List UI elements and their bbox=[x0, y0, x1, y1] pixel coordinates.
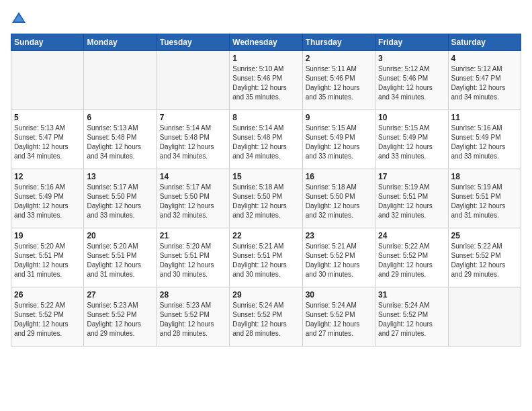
day-info: Sunrise: 5:24 AMSunset: 5:52 PMDaylight:… bbox=[232, 301, 299, 338]
day-number: 10 bbox=[378, 113, 445, 122]
week-row-4: 19Sunrise: 5:20 AMSunset: 5:51 PMDayligh… bbox=[11, 228, 521, 287]
day-number: 21 bbox=[160, 231, 226, 240]
day-number: 17 bbox=[378, 172, 445, 181]
weekday-header-monday: Monday bbox=[84, 34, 157, 51]
page-header bbox=[11, 11, 521, 27]
calendar-cell: 17Sunrise: 5:19 AMSunset: 5:51 PMDayligh… bbox=[375, 169, 448, 228]
day-info: Sunrise: 5:20 AMSunset: 5:51 PMDaylight:… bbox=[160, 242, 226, 279]
day-number: 27 bbox=[87, 290, 153, 300]
day-number: 28 bbox=[160, 290, 226, 300]
calendar-cell: 8Sunrise: 5:14 AMSunset: 5:48 PMDaylight… bbox=[230, 110, 302, 169]
day-info: Sunrise: 5:20 AMSunset: 5:51 PMDaylight:… bbox=[87, 242, 153, 279]
day-info: Sunrise: 5:16 AMSunset: 5:49 PMDaylight:… bbox=[14, 183, 81, 220]
day-number: 25 bbox=[451, 231, 518, 240]
day-info: Sunrise: 5:23 AMSunset: 5:52 PMDaylight:… bbox=[160, 301, 226, 338]
week-row-3: 12Sunrise: 5:16 AMSunset: 5:49 PMDayligh… bbox=[11, 169, 521, 228]
calendar-cell: 29Sunrise: 5:24 AMSunset: 5:52 PMDayligh… bbox=[230, 287, 302, 347]
calendar-cell: 6Sunrise: 5:13 AMSunset: 5:48 PMDaylight… bbox=[84, 110, 157, 169]
day-number: 16 bbox=[306, 172, 372, 181]
day-number: 18 bbox=[451, 172, 518, 181]
day-info: Sunrise: 5:22 AMSunset: 5:52 PMDaylight:… bbox=[14, 301, 81, 338]
calendar-cell: 23Sunrise: 5:21 AMSunset: 5:52 PMDayligh… bbox=[302, 228, 375, 287]
weekday-header-tuesday: Tuesday bbox=[157, 34, 229, 51]
day-number: 30 bbox=[306, 290, 372, 300]
day-number: 3 bbox=[378, 54, 445, 63]
weekday-header-wednesday: Wednesday bbox=[230, 34, 302, 51]
day-info: Sunrise: 5:22 AMSunset: 5:52 PMDaylight:… bbox=[378, 242, 445, 279]
calendar-cell: 27Sunrise: 5:23 AMSunset: 5:52 PMDayligh… bbox=[84, 287, 157, 347]
day-number: 4 bbox=[451, 54, 518, 63]
calendar-cell: 28Sunrise: 5:23 AMSunset: 5:52 PMDayligh… bbox=[157, 287, 229, 347]
day-number: 2 bbox=[306, 54, 372, 63]
weekday-header-row: SundayMondayTuesdayWednesdayThursdayFrid… bbox=[11, 34, 521, 51]
day-number: 12 bbox=[14, 172, 81, 181]
day-number: 19 bbox=[14, 231, 81, 240]
day-number: 8 bbox=[232, 113, 299, 122]
calendar-cell: 26Sunrise: 5:22 AMSunset: 5:52 PMDayligh… bbox=[11, 287, 84, 347]
calendar-cell: 4Sunrise: 5:12 AMSunset: 5:47 PMDaylight… bbox=[448, 51, 521, 110]
calendar-cell bbox=[84, 51, 157, 110]
calendar-cell: 11Sunrise: 5:16 AMSunset: 5:49 PMDayligh… bbox=[448, 110, 521, 169]
weekday-header-saturday: Saturday bbox=[448, 34, 521, 51]
day-info: Sunrise: 5:19 AMSunset: 5:51 PMDaylight:… bbox=[451, 183, 518, 220]
calendar-cell: 16Sunrise: 5:18 AMSunset: 5:50 PMDayligh… bbox=[302, 169, 375, 228]
day-number: 1 bbox=[232, 54, 299, 63]
calendar-cell: 2Sunrise: 5:11 AMSunset: 5:46 PMDaylight… bbox=[302, 51, 375, 110]
day-number: 20 bbox=[87, 231, 153, 240]
day-info: Sunrise: 5:22 AMSunset: 5:52 PMDaylight:… bbox=[451, 242, 518, 279]
week-row-5: 26Sunrise: 5:22 AMSunset: 5:52 PMDayligh… bbox=[11, 287, 521, 347]
day-number: 24 bbox=[378, 231, 445, 240]
calendar-cell: 15Sunrise: 5:18 AMSunset: 5:50 PMDayligh… bbox=[230, 169, 302, 228]
calendar-table: SundayMondayTuesdayWednesdayThursdayFrid… bbox=[11, 34, 521, 347]
day-number: 13 bbox=[87, 172, 153, 181]
day-info: Sunrise: 5:16 AMSunset: 5:49 PMDaylight:… bbox=[451, 124, 518, 161]
day-number: 5 bbox=[14, 113, 81, 122]
day-info: Sunrise: 5:17 AMSunset: 5:50 PMDaylight:… bbox=[160, 183, 226, 220]
day-info: Sunrise: 5:14 AMSunset: 5:48 PMDaylight:… bbox=[160, 124, 226, 161]
calendar-cell: 7Sunrise: 5:14 AMSunset: 5:48 PMDaylight… bbox=[157, 110, 229, 169]
day-info: Sunrise: 5:18 AMSunset: 5:50 PMDaylight:… bbox=[306, 183, 372, 220]
calendar-cell: 31Sunrise: 5:24 AMSunset: 5:52 PMDayligh… bbox=[375, 287, 448, 347]
calendar-cell: 3Sunrise: 5:12 AMSunset: 5:46 PMDaylight… bbox=[375, 51, 448, 110]
day-info: Sunrise: 5:12 AMSunset: 5:47 PMDaylight:… bbox=[451, 64, 518, 102]
day-number: 6 bbox=[87, 113, 153, 122]
day-number: 11 bbox=[451, 113, 518, 122]
calendar-cell: 9Sunrise: 5:15 AMSunset: 5:49 PMDaylight… bbox=[302, 110, 375, 169]
calendar-cell bbox=[157, 51, 229, 110]
calendar-cell: 18Sunrise: 5:19 AMSunset: 5:51 PMDayligh… bbox=[448, 169, 521, 228]
calendar-cell: 21Sunrise: 5:20 AMSunset: 5:51 PMDayligh… bbox=[157, 228, 229, 287]
day-info: Sunrise: 5:18 AMSunset: 5:50 PMDaylight:… bbox=[232, 183, 299, 220]
weekday-header-sunday: Sunday bbox=[11, 34, 84, 51]
calendar-cell: 22Sunrise: 5:21 AMSunset: 5:51 PMDayligh… bbox=[230, 228, 302, 287]
weekday-header-thursday: Thursday bbox=[302, 34, 375, 51]
day-number: 14 bbox=[160, 172, 226, 181]
logo bbox=[11, 11, 30, 27]
day-number: 26 bbox=[14, 290, 81, 300]
day-number: 29 bbox=[232, 290, 299, 300]
day-info: Sunrise: 5:17 AMSunset: 5:50 PMDaylight:… bbox=[87, 183, 153, 220]
day-info: Sunrise: 5:10 AMSunset: 5:46 PMDaylight:… bbox=[232, 64, 299, 102]
week-row-1: 1Sunrise: 5:10 AMSunset: 5:46 PMDaylight… bbox=[11, 51, 521, 110]
day-info: Sunrise: 5:11 AMSunset: 5:46 PMDaylight:… bbox=[306, 64, 372, 102]
calendar-cell: 13Sunrise: 5:17 AMSunset: 5:50 PMDayligh… bbox=[84, 169, 157, 228]
day-info: Sunrise: 5:24 AMSunset: 5:52 PMDaylight:… bbox=[306, 301, 372, 338]
day-info: Sunrise: 5:19 AMSunset: 5:51 PMDaylight:… bbox=[378, 183, 445, 220]
calendar-cell: 25Sunrise: 5:22 AMSunset: 5:52 PMDayligh… bbox=[448, 228, 521, 287]
day-info: Sunrise: 5:15 AMSunset: 5:49 PMDaylight:… bbox=[378, 124, 445, 161]
calendar-cell: 10Sunrise: 5:15 AMSunset: 5:49 PMDayligh… bbox=[375, 110, 448, 169]
calendar-cell bbox=[448, 287, 521, 347]
day-number: 7 bbox=[160, 113, 226, 122]
day-info: Sunrise: 5:20 AMSunset: 5:51 PMDaylight:… bbox=[14, 242, 81, 279]
day-number: 9 bbox=[306, 113, 372, 122]
day-info: Sunrise: 5:21 AMSunset: 5:51 PMDaylight:… bbox=[232, 242, 299, 279]
weekday-header-friday: Friday bbox=[375, 34, 448, 51]
day-info: Sunrise: 5:21 AMSunset: 5:52 PMDaylight:… bbox=[306, 242, 372, 279]
day-number: 15 bbox=[232, 172, 299, 181]
calendar-cell: 12Sunrise: 5:16 AMSunset: 5:49 PMDayligh… bbox=[11, 169, 84, 228]
day-number: 22 bbox=[232, 231, 299, 240]
calendar-cell: 1Sunrise: 5:10 AMSunset: 5:46 PMDaylight… bbox=[230, 51, 302, 110]
calendar-cell: 30Sunrise: 5:24 AMSunset: 5:52 PMDayligh… bbox=[302, 287, 375, 347]
calendar-cell: 20Sunrise: 5:20 AMSunset: 5:51 PMDayligh… bbox=[84, 228, 157, 287]
calendar-cell: 24Sunrise: 5:22 AMSunset: 5:52 PMDayligh… bbox=[375, 228, 448, 287]
calendar-cell: 5Sunrise: 5:13 AMSunset: 5:47 PMDaylight… bbox=[11, 110, 84, 169]
